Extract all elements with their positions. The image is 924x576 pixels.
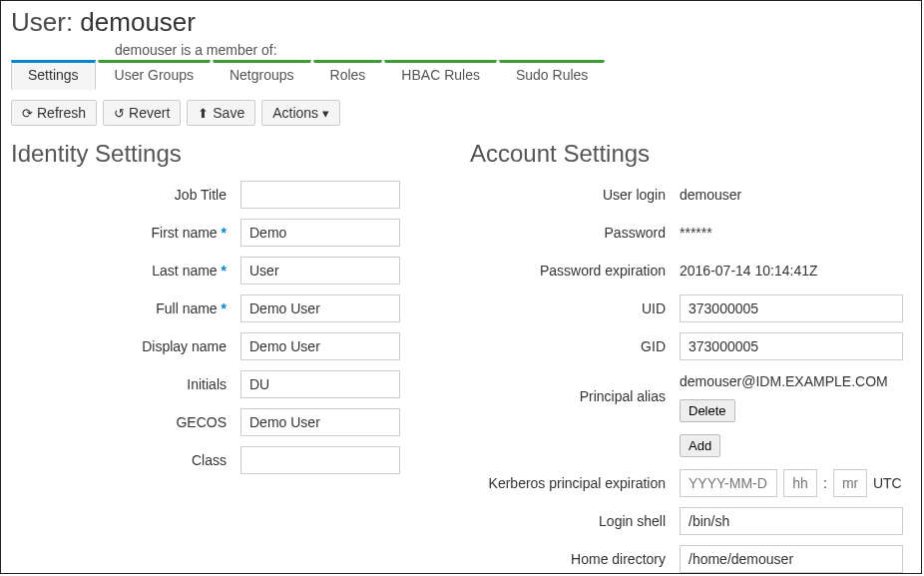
label-full-name: Full name <box>156 300 217 316</box>
input-home-directory[interactable] <box>680 545 903 573</box>
tab-hbac-rules[interactable]: HBAC Rules <box>384 60 497 90</box>
tab-netgroups[interactable]: Netgroups <box>213 60 311 90</box>
chevron-down-icon: ▾ <box>322 106 329 121</box>
label-user-login: User login <box>470 187 680 203</box>
save-label: Save <box>213 105 244 121</box>
save-button[interactable]: ⬆ Save <box>187 100 255 126</box>
label-class: Class <box>11 452 240 468</box>
page-title: User: demouser <box>11 7 911 38</box>
input-class[interactable] <box>240 446 400 474</box>
label-password-expiration: Password expiration <box>470 263 680 279</box>
input-initials[interactable] <box>240 370 400 398</box>
input-last-name[interactable] <box>240 257 400 285</box>
input-job-title[interactable] <box>240 181 400 209</box>
value-principal-alias: demouser@IDM.EXAMPLE.COM <box>680 369 888 393</box>
input-krb-expiration-hh[interactable] <box>783 469 817 497</box>
input-first-name[interactable] <box>240 219 400 247</box>
value-password-expiration: 2016-07-14 10:14:41Z <box>680 259 818 283</box>
label-first-name: First name <box>152 225 218 241</box>
identity-settings-title: Identity Settings <box>11 140 440 168</box>
required-marker: * <box>222 300 227 316</box>
input-krb-expiration-mn[interactable] <box>833 469 867 497</box>
actions-label: Actions <box>272 105 318 121</box>
label-home-directory: Home directory <box>470 551 680 567</box>
refresh-icon: ⟳ <box>22 106 33 121</box>
tab-roles[interactable]: Roles <box>313 60 383 90</box>
save-icon: ⬆ <box>198 106 209 121</box>
label-login-shell: Login shell <box>470 513 680 529</box>
input-gecos[interactable] <box>240 408 400 436</box>
memberof-caption: demouser is a member of: <box>115 42 911 58</box>
value-password: ****** <box>680 221 712 245</box>
tab-settings[interactable]: Settings <box>11 60 96 90</box>
label-uid: UID <box>470 300 680 316</box>
label-initials: Initials <box>11 376 240 392</box>
required-marker: * <box>222 225 227 241</box>
label-gid: GID <box>470 338 680 354</box>
add-principal-alias-button[interactable]: Add <box>680 434 720 457</box>
label-last-name: Last name <box>152 263 217 279</box>
input-full-name[interactable] <box>240 294 400 322</box>
refresh-button[interactable]: ⟳ Refresh <box>11 100 97 126</box>
refresh-label: Refresh <box>37 105 86 121</box>
input-uid[interactable] <box>680 294 903 322</box>
tab-sudo-rules[interactable]: Sudo Rules <box>499 60 605 90</box>
label-principal-alias: Principal alias <box>470 388 680 404</box>
tabs-bar: Settings User Groups Netgroups Roles HBA… <box>11 60 911 90</box>
tab-user-groups[interactable]: User Groups <box>98 60 211 90</box>
required-marker: * <box>222 263 227 279</box>
label-display-name: Display name <box>11 338 240 354</box>
toolbar: ⟳ Refresh ↺ Revert ⬆ Save Actions ▾ <box>11 100 911 126</box>
actions-dropdown[interactable]: Actions ▾ <box>261 100 340 126</box>
revert-button[interactable]: ↺ Revert <box>103 100 181 126</box>
time-sep: : <box>823 475 827 491</box>
page-title-username: demouser <box>80 7 196 37</box>
label-job-title: Job Title <box>11 187 240 203</box>
revert-icon: ↺ <box>114 106 125 121</box>
account-settings-title: Account Settings <box>470 140 911 168</box>
input-login-shell[interactable] <box>680 507 903 535</box>
input-gid[interactable] <box>680 332 903 360</box>
page-title-prefix: User: <box>11 7 73 37</box>
label-krb-expiration: Kerberos principal expiration <box>470 475 680 491</box>
delete-principal-alias-button[interactable]: Delete <box>680 399 735 422</box>
label-gecos: GECOS <box>11 414 240 430</box>
input-krb-expiration-date[interactable] <box>680 469 777 497</box>
value-user-login: demouser <box>680 183 741 207</box>
revert-label: Revert <box>129 105 170 121</box>
tz-label: UTC <box>873 475 902 491</box>
input-display-name[interactable] <box>240 332 400 360</box>
label-password: Password <box>470 225 680 241</box>
